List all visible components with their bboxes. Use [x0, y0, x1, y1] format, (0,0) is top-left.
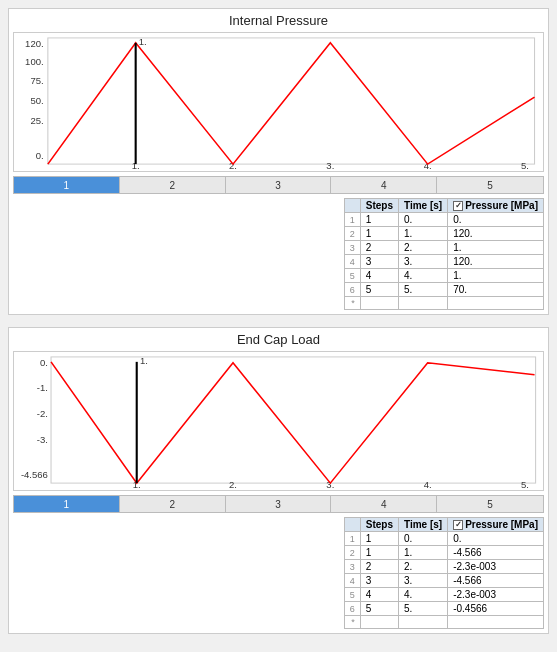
table-row: 1 1 0. 0.	[344, 213, 543, 227]
chart1-timeline[interactable]: 1 2 3 4 5	[13, 176, 544, 194]
table-row: 5 4 4. 1.	[344, 269, 543, 283]
col-time: Time [s]	[399, 199, 448, 213]
timeline-seg-4[interactable]: 4	[331, 177, 437, 193]
chart1-table-container: Steps Time [s] Pressure [MPa] 1 1	[13, 198, 544, 310]
timeline-seg-2[interactable]: 2	[120, 177, 226, 193]
timeline-seg-5[interactable]: 5	[437, 177, 543, 193]
svg-rect-6	[48, 38, 535, 164]
svg-text:75.: 75.	[30, 77, 43, 87]
svg-text:3.: 3.	[326, 161, 334, 171]
col-steps: Steps	[360, 199, 398, 213]
table-row: 3 2 2. 1.	[344, 241, 543, 255]
table-row: 2 1 1. 120.	[344, 227, 543, 241]
table-row: 1 1 0. 0.	[344, 532, 543, 546]
timeline2-seg-1[interactable]: 1	[14, 496, 120, 512]
col2-empty	[344, 518, 360, 532]
chart2-area: 0. -1. -2. -3. -4.566 1. 2. 3. 4. 5.	[13, 351, 544, 491]
svg-text:5.: 5.	[521, 480, 529, 490]
svg-text:120.: 120.	[25, 39, 44, 49]
col-pressure-check[interactable]: Pressure [MPa]	[448, 199, 544, 213]
chart1-svg: 120. 100. 75. 50. 25. 0. 1. 2. 3. 4. 5.	[14, 33, 543, 171]
svg-text:-3.: -3.	[37, 435, 48, 445]
timeline-seg-3[interactable]: 3	[226, 177, 332, 193]
svg-text:3.: 3.	[326, 480, 334, 490]
col2-steps: Steps	[360, 518, 398, 532]
col2-pressure-check[interactable]: Pressure [MPa]	[448, 518, 544, 532]
timeline2-seg-2[interactable]: 2	[120, 496, 226, 512]
table-row: 2 1 1. -4.566	[344, 546, 543, 560]
svg-text:5.: 5.	[521, 161, 529, 171]
svg-text:2.: 2.	[229, 480, 237, 490]
chart2-svg: 0. -1. -2. -3. -4.566 1. 2. 3. 4. 5.	[14, 352, 543, 490]
pressure2-checkbox[interactable]	[453, 520, 463, 530]
timeline2-seg-3[interactable]: 3	[226, 496, 332, 512]
svg-text:4.: 4.	[424, 480, 432, 490]
svg-text:50.: 50.	[30, 96, 43, 106]
timeline-seg-1[interactable]: 1	[14, 177, 120, 193]
col2-time: Time [s]	[399, 518, 448, 532]
table-row: 6 5 5. -0.4566	[344, 602, 543, 616]
chart2-title: End Cap Load	[13, 332, 544, 347]
chart1-section: Internal Pressure 120. 100. 75. 50. 25. …	[8, 8, 549, 315]
table-row: 6 5 5. 70.	[344, 283, 543, 297]
col-empty	[344, 199, 360, 213]
svg-text:-4.566: -4.566	[21, 470, 48, 480]
pressure-checkbox[interactable]	[453, 201, 463, 211]
table-row: 4 3 3. 120.	[344, 255, 543, 269]
chart1-area: 120. 100. 75. 50. 25. 0. 1. 2. 3. 4. 5.	[13, 32, 544, 172]
table-row: 4 3 3. -4.566	[344, 574, 543, 588]
svg-text:100.: 100.	[25, 57, 44, 67]
chart2-section: End Cap Load 0. -1. -2. -3. -4.566 1. 2.…	[8, 327, 549, 634]
svg-text:1.: 1.	[140, 356, 148, 366]
chart1-title: Internal Pressure	[13, 13, 544, 28]
svg-text:-1.: -1.	[37, 384, 48, 394]
chart1-table: Steps Time [s] Pressure [MPa] 1 1	[344, 198, 544, 310]
svg-text:0.: 0.	[36, 151, 44, 161]
svg-text:0.: 0.	[40, 358, 48, 368]
svg-text:2.: 2.	[229, 161, 237, 171]
table-row: 5 4 4. -2.3e-003	[344, 588, 543, 602]
table-row-empty: *	[344, 297, 543, 310]
table-row: 3 2 2. -2.3e-003	[344, 560, 543, 574]
main-container: Internal Pressure 120. 100. 75. 50. 25. …	[0, 0, 557, 642]
chart2-table: Steps Time [s] Pressure [MPa] 1 1	[344, 517, 544, 629]
svg-text:25.: 25.	[30, 116, 43, 126]
chart2-timeline[interactable]: 1 2 3 4 5	[13, 495, 544, 513]
chart2-table-container: Steps Time [s] Pressure [MPa] 1 1	[13, 517, 544, 629]
table-row-empty: *	[344, 616, 543, 629]
svg-text:-2.: -2.	[37, 409, 48, 419]
timeline2-seg-4[interactable]: 4	[331, 496, 437, 512]
svg-text:1.: 1.	[139, 37, 147, 47]
timeline2-seg-5[interactable]: 5	[437, 496, 543, 512]
